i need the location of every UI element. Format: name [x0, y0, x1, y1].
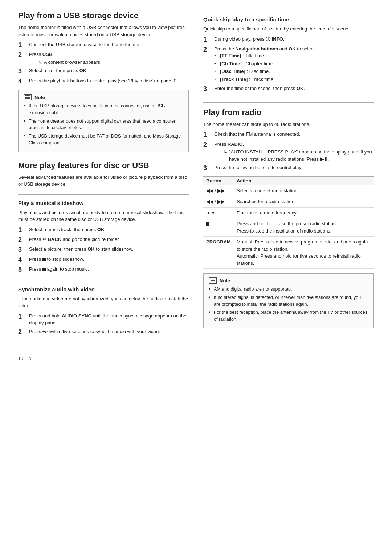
slideshow-step-5-text: Press again to stop music.: [29, 266, 189, 273]
step-num: 4: [18, 77, 28, 86]
sync-intro: If the audio and video are not synchroni…: [18, 295, 189, 309]
sync-step-2: 2 Press +/- within five seconds to sync …: [18, 328, 189, 336]
step-num: 4: [18, 256, 28, 264]
sync-step-2-text: Press +/- within five seconds to sync th…: [29, 328, 189, 335]
arrow-icon: ↳: [224, 148, 228, 156]
note-header: Note: [24, 94, 183, 100]
quick-skip-title: Quick skip play to a specific time: [203, 16, 374, 22]
table-header-row: Button Action: [203, 176, 374, 185]
usb-step-1-text: Connect the USB storage device to the ho…: [29, 41, 189, 48]
radio-note-list: AM and digital radio are not supported. …: [209, 286, 368, 323]
section-play-radio-intro: The home theater can store up to 40 radi…: [203, 121, 374, 128]
left-column: Play from a USB storage device The home …: [18, 11, 189, 345]
slideshow-intro: Play music and pictures simultaneously t…: [18, 209, 189, 223]
step-num: 2: [18, 328, 28, 336]
page-number: 10: [18, 356, 23, 361]
stop-icon: [206, 222, 209, 226]
note-label: Note: [220, 278, 230, 283]
page-footer: 10 EN: [18, 356, 374, 361]
note-item-1: If the USB storage device does not fit i…: [24, 103, 183, 116]
radio-note-box: Note AM and digital radio are not suppor…: [203, 273, 374, 328]
nav-keyword: Navigation buttons: [236, 46, 278, 52]
usb-steps-list: 1 Connect the USB storage device to the …: [18, 41, 189, 86]
usb-step-2: 2 Press USB. ↳ A content browser appears…: [18, 51, 189, 66]
step-num: 1: [18, 41, 28, 49]
slideshow-step-1: 1 Select a music track, then press OK.: [18, 226, 189, 234]
action-cell: Searches for a radio station.: [234, 196, 374, 208]
ok-keyword: OK: [97, 227, 105, 232]
usb-step-4-text: Press the playback buttons to control pl…: [29, 77, 189, 85]
radio-note-item-3: For the best reception, place the antenn…: [209, 309, 368, 323]
usb-step-2-sub: ↳ A content browser appears.: [38, 59, 189, 66]
audio-sync-keyword: AUDIO SYNC: [62, 313, 91, 319]
usb-keyword: USB: [42, 52, 52, 57]
radio-table-head: Button Action: [203, 176, 374, 185]
divider: [203, 102, 374, 103]
section-more-play: More play features for disc or USB Sever…: [18, 161, 189, 336]
table-row: ▲▼ Fine tunes a radio frequency.: [203, 207, 374, 218]
note-icon: [209, 277, 217, 284]
quick-skip-step-3: 3 Enter the time of the scene, then pres…: [203, 85, 374, 93]
table-row: ◀◀ / ▶▶ Searches for a radio station.: [203, 196, 374, 208]
stop-icon: [42, 258, 46, 261]
note-label: Note: [34, 95, 45, 100]
radio-steps: 1 Check that the FM antenna is connected…: [203, 131, 374, 172]
slideshow-step-2: 2 Press ↩ BACK and go to the picture fol…: [18, 236, 189, 244]
radio-step-3: 3 Press the following buttons to control…: [203, 164, 374, 172]
radio-note-item-2: If no stereo signal is detected, or if f…: [209, 294, 368, 308]
step-num: 3: [18, 67, 28, 75]
quick-skip-step-2-text: Press the Navigation buttons and OK to s…: [214, 45, 374, 53]
button-cell: PROGRAM: [203, 237, 234, 269]
radio-table: Button Action ◀◀ / ▶▶ Selects a preset r…: [203, 176, 374, 269]
radio-step-1: 1 Check that the FM antenna is connected…: [203, 131, 374, 139]
button-cell: ◀◀ / ▶▶: [203, 196, 234, 208]
page: Play from a USB storage device The home …: [18, 11, 374, 345]
track-time-option: [Track Time] : Track time.: [214, 76, 374, 83]
slideshow-step-2-text: Press ↩ BACK and go to the picture folde…: [29, 236, 189, 243]
action-cell: Fine tunes a radio frequency.: [234, 207, 374, 218]
tt-time-option: [TT Time] : Title time.: [214, 52, 374, 59]
quick-skip-step-1: 1 During video play, press ⓘ INFO.: [203, 36, 374, 44]
radio-step-2-sub: ↳ "AUTO INSTALL...PRESS PLAY' appears on…: [224, 148, 374, 163]
action-col-header: Action: [234, 176, 374, 185]
usb-step-4: 4 Press the playback buttons to control …: [18, 77, 189, 86]
arrow-icon: ↳: [38, 59, 42, 66]
divider: [18, 194, 189, 195]
slideshow-step-1-text: Select a music track, then press OK.: [29, 226, 189, 233]
radio-note-item-1: AM and digital radio are not supported.: [209, 286, 368, 293]
stop-icon: [42, 268, 46, 271]
ok-keyword: OK: [87, 246, 95, 252]
slideshow-step-4-text: Press to stop slideshow.: [29, 256, 189, 263]
step-num: 2: [203, 45, 213, 54]
step-num: 3: [203, 164, 213, 172]
action-cell: Press and hold to erase the preset radio…: [234, 218, 374, 237]
note-item-3: The USB storage device must be FAT or DO…: [24, 133, 183, 147]
slideshow-steps: 1 Select a music track, then press OK. 2…: [18, 226, 189, 274]
slideshow-step-3: 3 Select a picture, then press OK to sta…: [18, 246, 189, 254]
button-cell: ◀◀ / ▶▶: [203, 185, 234, 196]
right-column: Quick skip play to a specific time Quick…: [203, 11, 374, 345]
step-num: 2: [18, 51, 28, 59]
usb-step-3-text: Select a file, then press OK.: [29, 67, 189, 74]
button-col-header: Button: [203, 176, 234, 185]
quick-skip-step-1-text: During video play, press ⓘ INFO.: [214, 36, 374, 43]
radio-keyword: RADIO: [228, 141, 243, 147]
section-play-radio: Play from radio The home theater can sto…: [203, 102, 374, 328]
slideshow-step-4: 4 Press to stop slideshow.: [18, 256, 189, 264]
usb-note-box: Note If the USB storage device does not …: [18, 90, 189, 152]
step-num: 1: [18, 226, 28, 234]
step-num: 1: [203, 36, 213, 44]
action-cell: Manual: Press once to access program mod…: [234, 237, 374, 269]
back-keyword: ↩ BACK: [42, 237, 61, 242]
step-num: 5: [18, 266, 28, 274]
step-num: 2: [18, 236, 28, 244]
action-cell: Selects a preset radio station.: [234, 185, 374, 196]
sync-title: Synchronize audio with video: [18, 286, 189, 292]
table-row: ◀◀ / ▶▶ Selects a preset radio station.: [203, 185, 374, 196]
section-quick-skip: Quick skip play to a specific time Quick…: [203, 11, 374, 94]
usb-step-1: 1 Connect the USB storage device to the …: [18, 41, 189, 49]
usb-step-2-text: Press USB.: [29, 51, 189, 58]
sync-steps: 1 Press and hold AUDIO SYNC until the au…: [18, 312, 189, 336]
usb-step-2-sub-text: A content browser appears.: [44, 59, 101, 66]
section-play-usb: Play from a USB storage device The home …: [18, 11, 189, 152]
